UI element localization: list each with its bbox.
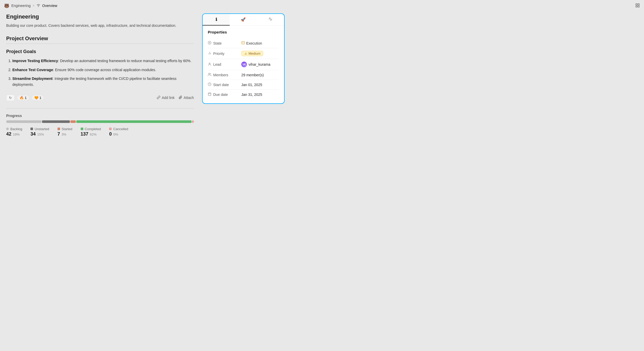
unstarted-label-text: Unstarted [35, 127, 49, 131]
tab-activity[interactable] [257, 14, 284, 26]
svg-point-0 [38, 6, 38, 7]
state-value-text: Execution [246, 41, 262, 45]
property-state[interactable]: State Execution [208, 38, 279, 48]
heart-reaction-count: 1 [39, 96, 41, 100]
unstarted-pct: 15% [37, 132, 44, 136]
priority-key: Priority [208, 51, 241, 56]
link-icon [157, 96, 160, 100]
state-value: Execution [241, 41, 262, 45]
lead-label: Lead [213, 62, 221, 66]
priority-badge: Medium [241, 51, 263, 56]
add-link-button[interactable]: Add link [157, 96, 175, 100]
stat-started-values: 7 3% [57, 131, 72, 137]
action-bar-right: Add link Attach [157, 96, 194, 100]
cancelled-count: 0 [109, 131, 112, 137]
project-description: Building our core product. Covers backen… [6, 23, 194, 28]
completed-label-text: Completed [85, 127, 101, 131]
stat-unstarted-values: 34 15% [30, 131, 49, 137]
due-date-text: Jan 31, 2025 [241, 93, 262, 97]
svg-point-6 [209, 42, 210, 43]
refresh-button[interactable]: ↻ [6, 95, 15, 101]
current-page: Overview [42, 4, 57, 8]
goals-list: Improve Testing Efficiency: Develop an a… [6, 58, 194, 87]
property-members[interactable]: Members 29 member(s) [208, 70, 279, 80]
properties-title: Properties [208, 30, 279, 34]
stat-cancelled-label: Cancelled [109, 127, 128, 131]
tab-rocket[interactable]: 🚀 [230, 14, 257, 26]
fire-reaction-button[interactable]: 🔥 1 [17, 95, 29, 101]
stat-backlog-label: Backlog [6, 127, 22, 131]
priority-value: Medium [241, 51, 263, 56]
svg-point-15 [209, 73, 210, 74]
refresh-icon: ↻ [9, 96, 12, 100]
due-date-label: Due date [213, 93, 228, 97]
goal-1-label: Improve Testing Efficiency [12, 59, 58, 63]
heart-reaction-button[interactable]: 🧡 1 [31, 95, 44, 101]
broadcast-icon [37, 4, 40, 8]
stat-completed-values: 137 62% [81, 131, 101, 137]
divider-2 [6, 108, 194, 108]
property-due-date[interactable]: Due date Jan 31, 2025 [208, 90, 279, 99]
overview-title: Project Overview [6, 36, 194, 41]
main-layout: Engineering Building our core product. C… [0, 11, 644, 143]
panel-tabs: ℹ 🚀 [203, 14, 284, 26]
list-item: Enhance Test Coverage: Ensure 90% code c… [12, 67, 194, 73]
svg-rect-4 [638, 6, 639, 7]
backlog-label-text: Backlog [10, 127, 22, 131]
heart-emoji-icon: 🧡 [34, 96, 38, 100]
due-date-icon [208, 92, 211, 97]
action-bar: ↻ 🔥 1 🧡 1 [6, 93, 194, 101]
svg-rect-2 [638, 4, 639, 5]
priority-label: Priority [213, 52, 225, 56]
started-dot [57, 128, 60, 130]
state-icon [208, 41, 211, 45]
layout-toggle-icon[interactable] [635, 3, 640, 9]
svg-rect-17 [208, 93, 211, 96]
progress-stats: Backlog 42 19% Unstarted 34 15% [6, 127, 194, 137]
stat-completed: Completed 137 62% [81, 127, 101, 137]
completed-segment [76, 120, 191, 123]
svg-point-5 [208, 41, 211, 44]
goal-3-label: Streamline Deployment [12, 77, 53, 81]
right-panel: ℹ 🚀 Properties [202, 13, 285, 104]
start-date-value: Jan 01, 2025 [241, 83, 262, 87]
stat-backlog: Backlog 42 19% [6, 127, 22, 137]
execution-icon [241, 41, 245, 45]
start-date-label: Start date [213, 83, 229, 87]
property-lead[interactable]: Lead VK vihar_kurama [208, 59, 279, 70]
started-count: 7 [57, 131, 60, 137]
topbar: 🐻 Engineering > Overview [0, 0, 644, 11]
stat-started-label: Started [57, 127, 72, 131]
started-segment [70, 120, 76, 123]
attach-button[interactable]: Attach [179, 96, 194, 100]
svg-point-14 [209, 63, 210, 64]
property-priority[interactable]: Priority Medium [208, 48, 279, 59]
stat-cancelled-values: 0 0% [109, 131, 128, 137]
start-date-key: Start date [208, 82, 241, 87]
start-date-icon [208, 82, 211, 87]
completed-pct: 62% [90, 132, 97, 136]
lead-name: vihar_kurama [249, 62, 270, 66]
started-pct: 3% [62, 132, 67, 136]
priority-value-text: Medium [249, 52, 260, 55]
property-start-date[interactable]: Start date Jan 01, 2025 [208, 80, 279, 90]
unstarted-dot [30, 128, 33, 130]
completed-dot [81, 128, 83, 130]
content-area: Engineering Building our core product. C… [6, 11, 202, 137]
backlog-pct: 19% [13, 132, 20, 136]
cancelled-dot [109, 128, 112, 130]
list-item: Streamline Deployment: Integrate the tes… [12, 76, 194, 87]
stat-unstarted: Unstarted 34 15% [30, 127, 49, 137]
state-label: State [213, 41, 222, 45]
stat-unstarted-label: Unstarted [30, 127, 49, 131]
goals-title: Project Goals [6, 49, 194, 54]
due-date-value: Jan 31, 2025 [241, 93, 262, 97]
completed-count: 137 [81, 131, 88, 137]
goal-2-label: Enhance Test Coverage [12, 68, 53, 72]
lead-value: VK vihar_kurama [241, 62, 270, 67]
tab-info[interactable]: ℹ [203, 14, 230, 26]
unstarted-segment [42, 120, 70, 123]
breadcrumb: 🐻 Engineering > Overview [4, 3, 57, 8]
progress-section: Progress Backlog 42 19% [6, 114, 194, 137]
workspace-name[interactable]: Engineering [11, 4, 31, 8]
